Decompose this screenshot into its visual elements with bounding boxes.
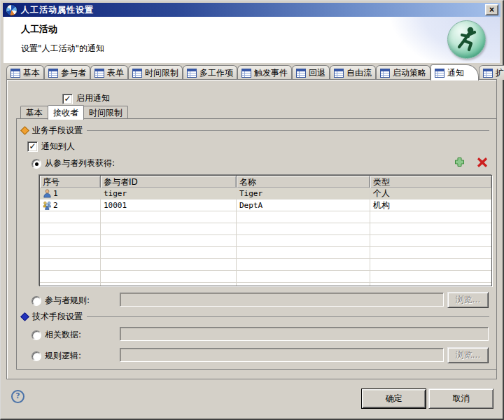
- inner-tab-time-limit[interactable]: 时间限制: [83, 106, 128, 119]
- participant-row[interactable]: 1 tiger Tiger 个人: [40, 188, 491, 200]
- inner-tab-basic[interactable]: 基本: [20, 106, 48, 119]
- tab-extension[interactable]: 扩展: [479, 65, 504, 80]
- section-title: 技术手段设置: [32, 311, 83, 323]
- table-header-row: 序号 参与者ID 名称 类型: [40, 176, 491, 188]
- tab-label: 多工作项: [200, 67, 233, 79]
- participant-rule-input: [120, 293, 444, 307]
- rule-logic-radio[interactable]: [31, 351, 41, 361]
- tab-label: 时间限制: [89, 107, 122, 119]
- check-icon: ✓: [29, 143, 36, 150]
- enable-notify-checkbox[interactable]: ✓: [62, 94, 73, 104]
- check-icon: ✓: [64, 95, 71, 102]
- tab-label: 基本: [26, 107, 43, 119]
- tab-label: 自由流: [346, 67, 372, 79]
- runner-icon: [447, 20, 486, 59]
- section-divider: [87, 316, 489, 317]
- tab-notification[interactable]: 通知: [430, 64, 479, 80]
- cell-id: 10001: [104, 201, 127, 210]
- participant-table: 序号 参与者ID 名称 类型 1 tiger Tiger 个人: [39, 175, 492, 286]
- column-header-id[interactable]: 参与者ID: [101, 176, 237, 188]
- tab-label: 基本: [23, 67, 40, 79]
- title-bar[interactable]: 人工活动属性设置 ×: [3, 3, 500, 17]
- table-icon: [187, 69, 197, 78]
- column-header-type[interactable]: 类型: [370, 176, 491, 188]
- cell-type: 个人: [373, 188, 390, 200]
- tab-trigger-event[interactable]: 触发事件: [237, 65, 292, 80]
- cell-id: tiger: [104, 189, 127, 198]
- cell-name: Tiger: [239, 189, 262, 198]
- close-button[interactable]: ×: [485, 4, 498, 15]
- remove-participant-button[interactable]: [477, 158, 488, 168]
- rule-logic-browse-button: 浏览...: [447, 347, 489, 363]
- tab-label: 触发事件: [254, 67, 288, 79]
- rule-logic-label: 规则逻辑:: [45, 350, 81, 362]
- tab-label: 通知: [447, 67, 464, 79]
- from-participant-list-label: 从参与者列表获得:: [45, 158, 115, 169]
- table-icon: [241, 69, 251, 78]
- tab-label: 时间限制: [145, 67, 178, 79]
- tab-start-strategy[interactable]: 启动策略: [376, 65, 430, 80]
- empty-row: [40, 271, 491, 283]
- tab-label: 表单: [107, 67, 124, 79]
- inner-tab-bar: 基本 接收者 时间限制: [20, 105, 127, 119]
- blue-diamond-icon: [20, 312, 29, 321]
- enable-notify-label: 启用通知: [76, 92, 110, 104]
- person-icon: [43, 189, 52, 198]
- related-data-radio[interactable]: [31, 330, 41, 340]
- tab-participant[interactable]: 参与者: [44, 65, 90, 80]
- ok-button[interactable]: 确定: [361, 388, 426, 409]
- tab-free-flow[interactable]: 自由流: [330, 65, 376, 80]
- from-participant-list-radio[interactable]: [31, 159, 41, 169]
- participant-row[interactable]: 2 10001 DeptA 机构: [40, 200, 491, 211]
- header-banner: 人工活动 设置"人工活动"的通知: [4, 17, 500, 63]
- close-icon: ×: [489, 6, 494, 14]
- add-participant-button[interactable]: [454, 157, 465, 167]
- notify-person-checkbox[interactable]: ✓: [27, 141, 38, 152]
- table-icon: [334, 69, 344, 78]
- section-title: 业务手段设置: [32, 125, 83, 136]
- cell-no: 1: [53, 189, 58, 198]
- table-icon: [48, 69, 58, 78]
- related-data-label: 相关数据:: [45, 329, 81, 341]
- page-subtitle: 设置"人工活动"的通知: [21, 43, 104, 55]
- cell-no: 2: [53, 201, 58, 210]
- column-header-name[interactable]: 名称: [237, 176, 370, 188]
- inner-tab-receiver[interactable]: 接收者: [48, 105, 84, 120]
- business-section-header: 业务手段设置: [22, 125, 489, 135]
- window-title: 人工活动属性设置: [21, 4, 94, 16]
- tab-form[interactable]: 表单: [90, 65, 128, 80]
- tab-basic[interactable]: 基本: [6, 65, 44, 80]
- column-header-no[interactable]: 序号: [40, 176, 101, 188]
- tab-label: 接收者: [53, 107, 78, 119]
- page-title: 人工活动: [21, 23, 57, 36]
- table-icon: [296, 69, 306, 78]
- table-icon: [94, 69, 104, 78]
- empty-row: [40, 259, 491, 271]
- x-icon: [477, 158, 487, 167]
- tab-rollback[interactable]: 回退: [292, 65, 330, 80]
- tab-time-limit[interactable]: 时间限制: [128, 65, 183, 80]
- cell-type: 机构: [373, 200, 390, 211]
- tab-multi-workitem[interactable]: 多工作项: [183, 65, 237, 80]
- group-icon: [43, 201, 52, 210]
- technical-section-header: 技术手段设置: [22, 312, 489, 321]
- empty-row: [40, 235, 491, 247]
- participant-rule-radio[interactable]: [31, 296, 41, 306]
- main-tab-bar: 基本 参与者 表单 时间限制 多工作项 触发事件 回退 自由流 启动策略 通知 …: [6, 63, 497, 80]
- tab-label: 回退: [309, 67, 326, 79]
- notify-person-label: 通知到人: [41, 141, 75, 153]
- empty-row: [40, 223, 491, 235]
- app-swirl-icon: [6, 4, 18, 16]
- table-icon: [10, 69, 20, 78]
- empty-row: [40, 283, 491, 286]
- dialog-window: 人工活动属性设置 × 人工活动 设置"人工活动"的通知 基本 参与者 表单 时间…: [0, 0, 504, 420]
- help-button[interactable]: ?: [11, 390, 24, 403]
- tab-label: 参与者: [61, 67, 86, 79]
- participant-rule-label: 参与者规则:: [45, 295, 90, 307]
- orange-diamond-icon: [20, 126, 29, 135]
- cancel-button[interactable]: 取消: [428, 388, 493, 409]
- table-icon: [132, 69, 142, 78]
- empty-row: [40, 247, 491, 259]
- table-icon: [435, 69, 444, 78]
- participant-rule-browse-button: 浏览...: [447, 292, 489, 308]
